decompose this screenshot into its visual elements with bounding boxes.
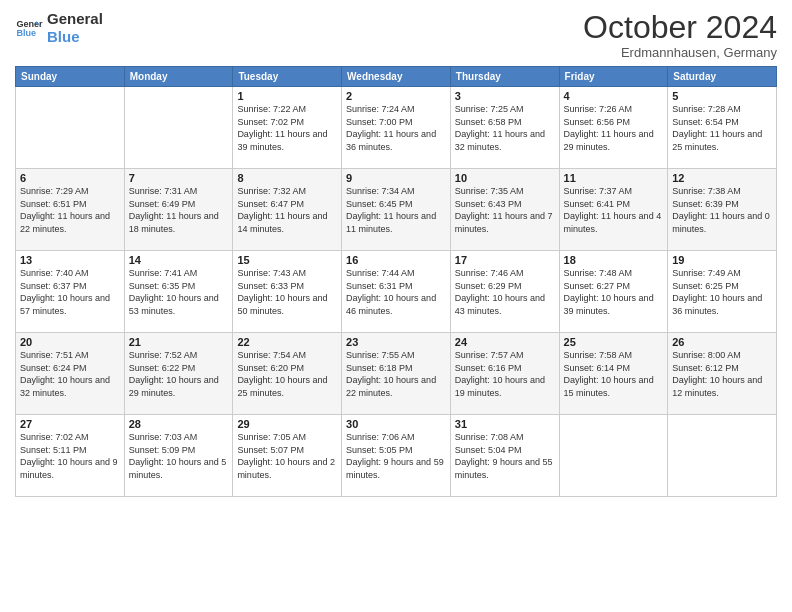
col-monday: Monday bbox=[124, 67, 233, 87]
day-info: Sunrise: 7:38 AM Sunset: 6:39 PM Dayligh… bbox=[672, 185, 772, 235]
calendar-cell: 31Sunrise: 7:08 AM Sunset: 5:04 PM Dayli… bbox=[450, 415, 559, 497]
calendar-cell: 12Sunrise: 7:38 AM Sunset: 6:39 PM Dayli… bbox=[668, 169, 777, 251]
col-wednesday: Wednesday bbox=[342, 67, 451, 87]
col-sunday: Sunday bbox=[16, 67, 125, 87]
day-number: 23 bbox=[346, 336, 446, 348]
calendar-cell: 1Sunrise: 7:22 AM Sunset: 7:02 PM Daylig… bbox=[233, 87, 342, 169]
day-info: Sunrise: 7:02 AM Sunset: 5:11 PM Dayligh… bbox=[20, 431, 120, 481]
calendar-week-5: 27Sunrise: 7:02 AM Sunset: 5:11 PM Dayli… bbox=[16, 415, 777, 497]
calendar-cell: 11Sunrise: 7:37 AM Sunset: 6:41 PM Dayli… bbox=[559, 169, 668, 251]
calendar-header-row: Sunday Monday Tuesday Wednesday Thursday… bbox=[16, 67, 777, 87]
col-tuesday: Tuesday bbox=[233, 67, 342, 87]
day-number: 20 bbox=[20, 336, 120, 348]
day-number: 27 bbox=[20, 418, 120, 430]
day-number: 26 bbox=[672, 336, 772, 348]
calendar-cell: 13Sunrise: 7:40 AM Sunset: 6:37 PM Dayli… bbox=[16, 251, 125, 333]
calendar-cell: 25Sunrise: 7:58 AM Sunset: 6:14 PM Dayli… bbox=[559, 333, 668, 415]
day-info: Sunrise: 7:25 AM Sunset: 6:58 PM Dayligh… bbox=[455, 103, 555, 153]
day-number: 25 bbox=[564, 336, 664, 348]
calendar-week-3: 13Sunrise: 7:40 AM Sunset: 6:37 PM Dayli… bbox=[16, 251, 777, 333]
day-number: 13 bbox=[20, 254, 120, 266]
calendar-cell: 21Sunrise: 7:52 AM Sunset: 6:22 PM Dayli… bbox=[124, 333, 233, 415]
title-block: October 2024 Erdmannhausen, Germany bbox=[583, 10, 777, 60]
day-info: Sunrise: 7:43 AM Sunset: 6:33 PM Dayligh… bbox=[237, 267, 337, 317]
day-info: Sunrise: 7:26 AM Sunset: 6:56 PM Dayligh… bbox=[564, 103, 664, 153]
calendar-cell: 15Sunrise: 7:43 AM Sunset: 6:33 PM Dayli… bbox=[233, 251, 342, 333]
calendar-cell: 20Sunrise: 7:51 AM Sunset: 6:24 PM Dayli… bbox=[16, 333, 125, 415]
calendar-week-4: 20Sunrise: 7:51 AM Sunset: 6:24 PM Dayli… bbox=[16, 333, 777, 415]
day-info: Sunrise: 7:32 AM Sunset: 6:47 PM Dayligh… bbox=[237, 185, 337, 235]
logo-blue: Blue bbox=[47, 28, 103, 46]
day-info: Sunrise: 7:35 AM Sunset: 6:43 PM Dayligh… bbox=[455, 185, 555, 235]
day-info: Sunrise: 7:54 AM Sunset: 6:20 PM Dayligh… bbox=[237, 349, 337, 399]
day-number: 10 bbox=[455, 172, 555, 184]
day-number: 17 bbox=[455, 254, 555, 266]
day-info: Sunrise: 7:24 AM Sunset: 7:00 PM Dayligh… bbox=[346, 103, 446, 153]
day-number: 1 bbox=[237, 90, 337, 102]
day-number: 31 bbox=[455, 418, 555, 430]
calendar-cell: 30Sunrise: 7:06 AM Sunset: 5:05 PM Dayli… bbox=[342, 415, 451, 497]
calendar-cell bbox=[668, 415, 777, 497]
day-info: Sunrise: 7:08 AM Sunset: 5:04 PM Dayligh… bbox=[455, 431, 555, 481]
calendar-cell: 29Sunrise: 7:05 AM Sunset: 5:07 PM Dayli… bbox=[233, 415, 342, 497]
day-number: 2 bbox=[346, 90, 446, 102]
svg-text:Blue: Blue bbox=[16, 28, 36, 38]
day-number: 5 bbox=[672, 90, 772, 102]
day-info: Sunrise: 7:29 AM Sunset: 6:51 PM Dayligh… bbox=[20, 185, 120, 235]
calendar-cell: 28Sunrise: 7:03 AM Sunset: 5:09 PM Dayli… bbox=[124, 415, 233, 497]
day-number: 19 bbox=[672, 254, 772, 266]
calendar-cell: 10Sunrise: 7:35 AM Sunset: 6:43 PM Dayli… bbox=[450, 169, 559, 251]
day-info: Sunrise: 7:34 AM Sunset: 6:45 PM Dayligh… bbox=[346, 185, 446, 235]
day-number: 22 bbox=[237, 336, 337, 348]
day-info: Sunrise: 7:22 AM Sunset: 7:02 PM Dayligh… bbox=[237, 103, 337, 153]
day-info: Sunrise: 7:40 AM Sunset: 6:37 PM Dayligh… bbox=[20, 267, 120, 317]
calendar-cell: 26Sunrise: 8:00 AM Sunset: 6:12 PM Dayli… bbox=[668, 333, 777, 415]
day-info: Sunrise: 7:44 AM Sunset: 6:31 PM Dayligh… bbox=[346, 267, 446, 317]
day-info: Sunrise: 7:51 AM Sunset: 6:24 PM Dayligh… bbox=[20, 349, 120, 399]
day-info: Sunrise: 7:52 AM Sunset: 6:22 PM Dayligh… bbox=[129, 349, 229, 399]
calendar-cell: 18Sunrise: 7:48 AM Sunset: 6:27 PM Dayli… bbox=[559, 251, 668, 333]
logo: General Blue General Blue bbox=[15, 10, 103, 46]
col-friday: Friday bbox=[559, 67, 668, 87]
calendar-cell: 8Sunrise: 7:32 AM Sunset: 6:47 PM Daylig… bbox=[233, 169, 342, 251]
calendar-cell: 3Sunrise: 7:25 AM Sunset: 6:58 PM Daylig… bbox=[450, 87, 559, 169]
day-info: Sunrise: 7:41 AM Sunset: 6:35 PM Dayligh… bbox=[129, 267, 229, 317]
calendar-week-1: 1Sunrise: 7:22 AM Sunset: 7:02 PM Daylig… bbox=[16, 87, 777, 169]
day-info: Sunrise: 7:57 AM Sunset: 6:16 PM Dayligh… bbox=[455, 349, 555, 399]
calendar-cell: 23Sunrise: 7:55 AM Sunset: 6:18 PM Dayli… bbox=[342, 333, 451, 415]
day-info: Sunrise: 7:37 AM Sunset: 6:41 PM Dayligh… bbox=[564, 185, 664, 235]
calendar-cell: 2Sunrise: 7:24 AM Sunset: 7:00 PM Daylig… bbox=[342, 87, 451, 169]
calendar-cell: 22Sunrise: 7:54 AM Sunset: 6:20 PM Dayli… bbox=[233, 333, 342, 415]
day-number: 18 bbox=[564, 254, 664, 266]
day-number: 6 bbox=[20, 172, 120, 184]
calendar-cell bbox=[124, 87, 233, 169]
day-number: 8 bbox=[237, 172, 337, 184]
day-number: 28 bbox=[129, 418, 229, 430]
day-info: Sunrise: 7:06 AM Sunset: 5:05 PM Dayligh… bbox=[346, 431, 446, 481]
logo-icon: General Blue bbox=[15, 14, 43, 42]
header: General Blue General Blue October 2024 E… bbox=[15, 10, 777, 60]
calendar-cell bbox=[16, 87, 125, 169]
day-number: 4 bbox=[564, 90, 664, 102]
calendar-cell: 7Sunrise: 7:31 AM Sunset: 6:49 PM Daylig… bbox=[124, 169, 233, 251]
day-info: Sunrise: 7:48 AM Sunset: 6:27 PM Dayligh… bbox=[564, 267, 664, 317]
calendar-cell: 4Sunrise: 7:26 AM Sunset: 6:56 PM Daylig… bbox=[559, 87, 668, 169]
day-info: Sunrise: 8:00 AM Sunset: 6:12 PM Dayligh… bbox=[672, 349, 772, 399]
day-info: Sunrise: 7:49 AM Sunset: 6:25 PM Dayligh… bbox=[672, 267, 772, 317]
calendar-cell: 27Sunrise: 7:02 AM Sunset: 5:11 PM Dayli… bbox=[16, 415, 125, 497]
day-number: 12 bbox=[672, 172, 772, 184]
day-info: Sunrise: 7:55 AM Sunset: 6:18 PM Dayligh… bbox=[346, 349, 446, 399]
calendar-cell: 5Sunrise: 7:28 AM Sunset: 6:54 PM Daylig… bbox=[668, 87, 777, 169]
day-number: 3 bbox=[455, 90, 555, 102]
col-saturday: Saturday bbox=[668, 67, 777, 87]
calendar-cell bbox=[559, 415, 668, 497]
col-thursday: Thursday bbox=[450, 67, 559, 87]
calendar-cell: 9Sunrise: 7:34 AM Sunset: 6:45 PM Daylig… bbox=[342, 169, 451, 251]
calendar-cell: 14Sunrise: 7:41 AM Sunset: 6:35 PM Dayli… bbox=[124, 251, 233, 333]
calendar-cell: 24Sunrise: 7:57 AM Sunset: 6:16 PM Dayli… bbox=[450, 333, 559, 415]
calendar-cell: 6Sunrise: 7:29 AM Sunset: 6:51 PM Daylig… bbox=[16, 169, 125, 251]
calendar: Sunday Monday Tuesday Wednesday Thursday… bbox=[15, 66, 777, 497]
day-number: 14 bbox=[129, 254, 229, 266]
day-number: 15 bbox=[237, 254, 337, 266]
day-info: Sunrise: 7:28 AM Sunset: 6:54 PM Dayligh… bbox=[672, 103, 772, 153]
